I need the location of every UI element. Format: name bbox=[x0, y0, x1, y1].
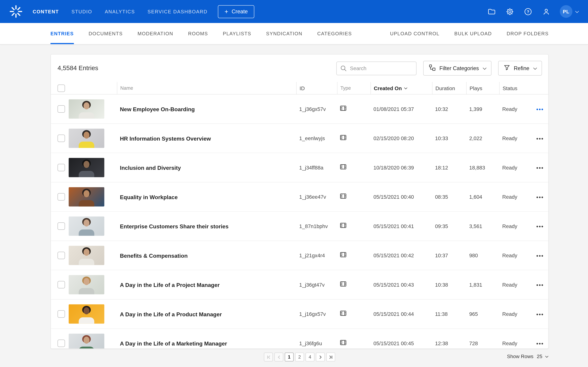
entry-thumbnail[interactable] bbox=[69, 334, 104, 349]
nav-item-studio[interactable]: STUDIO bbox=[71, 9, 92, 14]
row-actions-button[interactable]: ••• bbox=[536, 135, 544, 141]
folder-icon[interactable] bbox=[487, 7, 496, 16]
row-checkbox[interactable] bbox=[58, 252, 65, 259]
entry-thumbnail[interactable] bbox=[69, 275, 104, 294]
top-nav-bar: CONTENTSTUDIOANALYTICSSERVICE DASHBOARD … bbox=[0, 0, 588, 23]
row-checkbox[interactable] bbox=[58, 340, 65, 347]
entry-name[interactable]: A Day in the Life of a Marketing Manager bbox=[120, 340, 227, 347]
page-button-1[interactable]: 1 bbox=[285, 353, 294, 361]
row-actions-button[interactable]: ••• bbox=[536, 253, 544, 258]
column-header-duration[interactable]: Duration bbox=[432, 82, 466, 94]
user-icon[interactable] bbox=[542, 7, 551, 16]
video-icon bbox=[340, 193, 346, 200]
next-page-button[interactable] bbox=[316, 353, 325, 361]
show-rows-selector[interactable]: Show Rows 25 bbox=[507, 354, 548, 359]
tab-playlists[interactable]: PLAYLISTS bbox=[223, 23, 251, 44]
entry-status: Ready bbox=[499, 252, 535, 259]
row-checkbox[interactable] bbox=[58, 222, 65, 230]
entry-thumbnail[interactable] bbox=[69, 246, 104, 265]
tab-syndication[interactable]: SYNDICATION bbox=[266, 23, 302, 44]
nav-item-analytics[interactable]: ANALYTICS bbox=[105, 9, 135, 14]
tab-upload-control[interactable]: UPLOAD CONTROL bbox=[390, 23, 440, 44]
row-checkbox[interactable] bbox=[58, 135, 65, 142]
prev-page-button[interactable] bbox=[274, 353, 283, 361]
entry-name[interactable]: Inclusion and Diversity bbox=[120, 164, 181, 171]
table-row[interactable]: Inclusion and Diversity 1_j34ff88a 10/18… bbox=[51, 153, 548, 183]
column-header-created-on[interactable]: Created On bbox=[371, 82, 432, 94]
tab-rooms[interactable]: ROOMS bbox=[188, 23, 208, 44]
row-checkbox[interactable] bbox=[58, 281, 65, 288]
table-row[interactable]: Benefits & Compensation 1_j21gx4r4 05/15… bbox=[51, 241, 548, 270]
person-photo bbox=[69, 334, 104, 349]
entry-created: 05/15/2021 00:43 bbox=[371, 282, 432, 288]
nav-item-content[interactable]: CONTENT bbox=[33, 9, 59, 14]
person-photo bbox=[69, 99, 104, 119]
table-row[interactable]: New Employee On-Boarding 1_j36gx57v 01/0… bbox=[51, 95, 548, 124]
last-page-button[interactable] bbox=[326, 353, 335, 361]
entry-thumbnail[interactable] bbox=[69, 304, 104, 324]
plus-icon: + bbox=[225, 8, 228, 15]
row-actions-button[interactable]: ••• bbox=[536, 282, 544, 288]
entry-thumbnail[interactable] bbox=[69, 217, 104, 236]
tab-categories[interactable]: CATEGORIES bbox=[317, 23, 352, 44]
tab-documents[interactable]: DOCUMENTS bbox=[89, 23, 123, 44]
video-icon bbox=[340, 164, 346, 171]
row-actions-button[interactable]: ••• bbox=[536, 194, 544, 200]
entry-plays: 965 bbox=[466, 311, 499, 317]
entry-id: 1_87n1bphv bbox=[296, 223, 337, 229]
table-row[interactable]: A Day in the Life of a Product Manager 1… bbox=[51, 300, 548, 329]
entry-name[interactable]: A Day in the Life of a Product Manager bbox=[120, 311, 222, 317]
entry-duration: 10:38 bbox=[432, 282, 466, 288]
row-actions-button[interactable]: ••• bbox=[536, 223, 544, 229]
gear-icon[interactable] bbox=[505, 7, 514, 16]
entry-name[interactable]: HR Information Systems Overview bbox=[120, 135, 211, 142]
entry-name[interactable]: Enterprise Customers Share their stories bbox=[120, 223, 229, 229]
select-all-checkbox[interactable] bbox=[58, 84, 65, 92]
entry-name[interactable]: Benefits & Compensation bbox=[120, 252, 188, 259]
table-row[interactable]: A Day in the Life of a Marketing Manager… bbox=[51, 329, 548, 349]
column-header-id[interactable]: ID bbox=[296, 82, 337, 94]
row-checkbox[interactable] bbox=[58, 105, 65, 113]
refine-button[interactable]: Refine bbox=[498, 61, 542, 76]
table-row[interactable]: Enterprise Customers Share their stories… bbox=[51, 212, 548, 241]
row-actions-button[interactable]: ••• bbox=[536, 341, 544, 346]
entry-thumbnail[interactable] bbox=[69, 187, 104, 207]
account-menu[interactable]: PL bbox=[560, 5, 578, 18]
column-header-plays[interactable]: Plays bbox=[466, 82, 499, 94]
row-actions-button[interactable]: ••• bbox=[536, 106, 544, 112]
row-checkbox[interactable] bbox=[58, 310, 65, 318]
table-row[interactable]: A Day in the Life of a Project Manager 1… bbox=[51, 270, 548, 300]
entry-name[interactable]: A Day in the Life of a Project Manager bbox=[120, 282, 220, 288]
entry-thumbnail[interactable] bbox=[69, 158, 104, 177]
first-page-button[interactable] bbox=[264, 353, 273, 361]
row-checkbox[interactable] bbox=[58, 164, 65, 171]
tab-bulk-upload[interactable]: BULK UPLOAD bbox=[454, 23, 492, 44]
entry-id: 1_j36fg6u bbox=[296, 340, 337, 346]
column-header-status[interactable]: Status bbox=[499, 82, 535, 94]
filter-categories-button[interactable]: Filter Categories bbox=[423, 61, 492, 76]
entry-name[interactable]: New Employee On-Boarding bbox=[120, 106, 195, 112]
column-header-name[interactable]: Name bbox=[117, 82, 296, 94]
create-button[interactable]: + Create bbox=[218, 5, 254, 18]
table-row[interactable]: Equality in Workplace 1_j36ee47v 05/15/2… bbox=[51, 182, 548, 212]
tab-moderation[interactable]: MODERATION bbox=[138, 23, 173, 44]
tab-entries[interactable]: ENTRIES bbox=[51, 23, 74, 44]
page-button-4[interactable]: 4 bbox=[306, 353, 314, 361]
table-row[interactable]: HR Information Systems Overview 1_eenlwy… bbox=[51, 124, 548, 153]
avatar[interactable]: PL bbox=[560, 5, 572, 18]
search-input[interactable] bbox=[336, 61, 416, 75]
column-header-type[interactable]: Type bbox=[337, 82, 371, 94]
row-checkbox[interactable] bbox=[58, 193, 65, 201]
entry-id: 1_j16gx57v bbox=[296, 311, 337, 317]
row-actions-button[interactable]: ••• bbox=[536, 165, 544, 170]
person-photo bbox=[69, 304, 104, 324]
nav-item-service-dashboard[interactable]: SERVICE DASHBOARD bbox=[147, 9, 208, 14]
help-icon[interactable]: ? bbox=[523, 7, 532, 16]
entry-thumbnail[interactable] bbox=[69, 129, 104, 148]
tab-drop-folders[interactable]: DROP FOLDERS bbox=[507, 23, 549, 44]
page-button-2[interactable]: 2 bbox=[295, 353, 304, 361]
entry-name[interactable]: Equality in Workplace bbox=[120, 194, 178, 200]
entry-thumbnail[interactable] bbox=[69, 99, 104, 119]
row-actions-button[interactable]: ••• bbox=[536, 311, 544, 317]
kaltura-logo-icon[interactable] bbox=[9, 4, 23, 18]
